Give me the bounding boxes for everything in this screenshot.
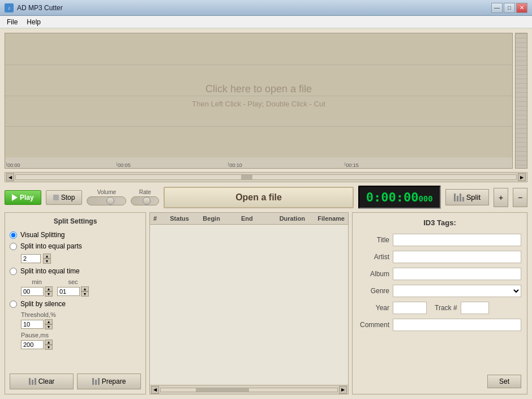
threshold-label: Threshold,% bbox=[21, 311, 141, 318]
visual-split-radio[interactable] bbox=[10, 231, 17, 239]
id3-year-input[interactable] bbox=[393, 302, 427, 314]
bottom-section: Split Settings Visual Splitting Split in… bbox=[5, 212, 527, 394]
volume-slider[interactable] bbox=[87, 196, 126, 205]
rate-label: Rate bbox=[139, 189, 151, 195]
track-body bbox=[150, 225, 348, 385]
equal-time-label: Split into equal time bbox=[20, 267, 80, 275]
col-duration: Duration bbox=[276, 215, 315, 222]
id3-genre-label: Genre bbox=[358, 287, 389, 295]
waveform-area[interactable]: Click here to open a file Then Left Clic… bbox=[5, 33, 513, 158]
id3-artist-row: Artist bbox=[358, 251, 521, 263]
parts-input[interactable] bbox=[21, 254, 41, 263]
track-scroll-left[interactable]: ◀ bbox=[151, 386, 159, 394]
threshold-spin-up[interactable]: ▲ bbox=[45, 319, 53, 324]
threshold-input[interactable] bbox=[21, 320, 44, 329]
id3-genre-select[interactable] bbox=[393, 285, 521, 297]
id3-comment-input[interactable] bbox=[393, 319, 521, 331]
sec-input[interactable] bbox=[57, 287, 80, 296]
waveform-sub-text: Then Left Click - Play; Double Click - C… bbox=[192, 100, 325, 108]
ruler-tick-0: 00:00 bbox=[6, 162, 20, 168]
id3-set-button[interactable]: Set bbox=[487, 375, 521, 388]
id3-album-label: Album bbox=[358, 270, 389, 278]
min-input[interactable] bbox=[21, 287, 44, 296]
scroll-track[interactable] bbox=[15, 174, 517, 180]
minus-button[interactable]: − bbox=[513, 188, 527, 207]
stop-icon bbox=[53, 195, 59, 200]
min-label: min bbox=[32, 278, 42, 285]
silence-option: Split by silence bbox=[10, 300, 141, 308]
min-spin-down[interactable]: ▼ bbox=[45, 291, 53, 297]
main-window: Click here to open a file Then Left Clic… bbox=[0, 28, 532, 399]
parts-spinner[interactable]: ▲ ▼ bbox=[43, 254, 51, 264]
sec-spin-up[interactable]: ▲ bbox=[81, 286, 89, 291]
time-value: 0:00:00 bbox=[366, 190, 419, 204]
stop-button[interactable]: Stop bbox=[46, 190, 83, 205]
silence-radio[interactable] bbox=[10, 301, 17, 308]
id3-artist-input[interactable] bbox=[393, 251, 521, 263]
equal-parts-radio[interactable] bbox=[10, 243, 17, 250]
threshold-spin-down[interactable]: ▼ bbox=[45, 324, 53, 329]
rate-slider[interactable] bbox=[131, 196, 159, 205]
visual-split-label: Visual Splitting bbox=[20, 231, 65, 239]
controls-row: Play Stop Volume Rate Open a file 0:00:0… bbox=[5, 186, 527, 209]
sec-label: sec bbox=[68, 278, 78, 285]
min-spin-up[interactable]: ▲ bbox=[45, 286, 53, 291]
menu-help[interactable]: Help bbox=[22, 17, 45, 27]
equal-time-option: Split into equal time bbox=[10, 267, 141, 275]
track-scroll-right[interactable]: ▶ bbox=[339, 386, 347, 394]
col-begin: Begin bbox=[199, 215, 238, 222]
rate-control: Rate bbox=[131, 189, 159, 205]
split-settings-title: Split Settings bbox=[10, 217, 141, 225]
menu-bar: File Help bbox=[0, 16, 532, 28]
equal-time-radio[interactable] bbox=[10, 268, 17, 275]
waveform-container: Click here to open a file Then Left Clic… bbox=[5, 33, 527, 169]
pause-input[interactable] bbox=[21, 340, 44, 349]
maximize-button[interactable]: □ bbox=[504, 3, 515, 13]
open-file-button[interactable]: Open a file bbox=[164, 187, 353, 208]
volume-label: Volume bbox=[97, 189, 116, 195]
sec-spinner[interactable]: ▲ ▼ bbox=[81, 286, 89, 297]
ruler-tick-3: 00:15 bbox=[345, 162, 359, 168]
title-bar: ♪ AD MP3 Cutter — □ ✕ bbox=[0, 0, 532, 16]
id3-title-row: Title bbox=[358, 234, 521, 246]
id3-title-input[interactable] bbox=[393, 234, 521, 246]
parts-spin-up[interactable]: ▲ bbox=[43, 254, 51, 259]
clear-icon bbox=[29, 378, 36, 385]
waveform-scrollbar[interactable]: ◀ ▶ bbox=[5, 172, 527, 182]
plus-button[interactable]: + bbox=[494, 188, 508, 207]
track-scroll-thumb[interactable] bbox=[196, 388, 249, 392]
side-ruler bbox=[515, 33, 527, 169]
play-button[interactable]: Play bbox=[5, 190, 41, 205]
scroll-left-arrow[interactable]: ◀ bbox=[6, 173, 14, 181]
menu-file[interactable]: File bbox=[2, 17, 22, 27]
split-button[interactable]: Split bbox=[445, 189, 489, 205]
minimize-button[interactable]: — bbox=[491, 3, 503, 13]
track-scrollbar[interactable]: ◀ ▶ bbox=[150, 385, 348, 394]
prepare-icon bbox=[92, 378, 100, 385]
close-button[interactable]: ✕ bbox=[516, 3, 527, 13]
pause-spinner[interactable]: ▲ ▼ bbox=[45, 340, 53, 350]
parts-spin-down[interactable]: ▼ bbox=[43, 259, 51, 264]
pause-spin-up[interactable]: ▲ bbox=[45, 340, 53, 345]
col-num: # bbox=[150, 215, 166, 222]
id3-title: ID3 Tags: bbox=[358, 218, 521, 227]
equal-parts-label: Split into equal parts bbox=[20, 242, 82, 250]
clear-button[interactable]: Clear bbox=[10, 374, 74, 389]
id3-year-row: Year Track # bbox=[358, 302, 521, 314]
id3-panel: ID3 Tags: Title Artist Album Genre Year bbox=[352, 212, 527, 394]
pause-label: Pause,ms bbox=[21, 332, 141, 338]
scroll-thumb[interactable] bbox=[241, 175, 252, 179]
sec-spin-down[interactable]: ▼ bbox=[81, 291, 89, 297]
track-list: # Status Begin End Duration Filename ◀ ▶ bbox=[149, 212, 349, 394]
pause-spin-down[interactable]: ▼ bbox=[45, 345, 53, 350]
volume-thumb bbox=[106, 197, 114, 205]
min-spinner[interactable]: ▲ ▼ bbox=[45, 286, 53, 297]
ruler-tick-1: 00:05 bbox=[117, 162, 131, 168]
id3-track-input[interactable] bbox=[461, 302, 489, 314]
id3-album-input[interactable] bbox=[393, 268, 521, 280]
scroll-right-arrow[interactable]: ▶ bbox=[518, 173, 526, 181]
prepare-button[interactable]: Prepare bbox=[77, 374, 141, 389]
threshold-spinner[interactable]: ▲ ▼ bbox=[45, 319, 53, 329]
id3-track-label: Track # bbox=[435, 304, 457, 312]
track-scroll-track[interactable] bbox=[160, 388, 338, 392]
